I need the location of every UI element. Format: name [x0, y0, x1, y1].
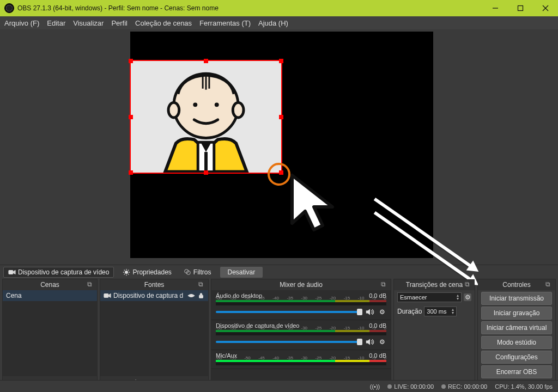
maximize-button[interactable] [508, 0, 533, 16]
undock-icon[interactable]: ⧉ [381, 280, 389, 288]
gear-icon [123, 268, 130, 276]
minimize-button[interactable] [483, 0, 508, 16]
speaker-icon[interactable] [366, 308, 374, 316]
audio-meter: -60-55-50-45-40-35-30-25-20-15-10-50 [216, 360, 386, 365]
undock-icon[interactable]: ⧉ [198, 280, 206, 288]
menu-file[interactable]: Arquivo (F) [4, 19, 39, 27]
transitions-title: Transições de cena [406, 281, 463, 289]
visibility-eye-icon[interactable] [187, 292, 195, 299]
svg-rect-20 [199, 295, 203, 298]
resize-handle-right-mid[interactable] [279, 115, 283, 119]
mixer-track: Dispositivo de captura de vídeo0.0 dB -6… [211, 320, 391, 350]
transitions-panel: Transições de cena⧉ Esmaecer▴▾ ⚙ Duração… [393, 279, 475, 390]
mixer-track: Áudio do desktop0.0 dB -60-55-50-45-40-3… [211, 290, 391, 320]
app-logo-icon [4, 3, 14, 13]
scenes-title: Cenas [40, 281, 59, 289]
studio-mode-button[interactable]: Modo estúdio [481, 336, 552, 349]
selected-source-chip: Dispositivo de captura de vídeo [3, 267, 114, 278]
resize-handle-left-mid[interactable] [129, 115, 133, 119]
audio-mixer-panel: Mixer de áudio⧉ Áudio do desktop0.0 dB -… [211, 279, 391, 390]
mixer-title: Mixer de áudio [280, 281, 323, 289]
lock-icon[interactable] [197, 292, 205, 299]
filters-icon [184, 268, 191, 276]
audio-meter: -60-55-50-45-40-35-30-25-20-15-10-50 [216, 330, 386, 335]
titlebar: OBS 27.1.3 (64-bit, windows) - Perfil: S… [0, 0, 558, 16]
svg-point-19 [190, 295, 192, 297]
camera-icon [104, 292, 111, 299]
scene-item[interactable]: Cena [3, 290, 97, 301]
resize-handle-bot-mid[interactable] [204, 170, 208, 175]
menu-view[interactable]: Visualizar [73, 19, 104, 27]
window-title: OBS 27.1.3 (64-bit, windows) - Perfil: S… [17, 4, 483, 12]
broadcast-icon: ((•)) [370, 383, 380, 390]
svg-rect-1 [518, 6, 523, 11]
filters-button[interactable]: Filtros [180, 267, 215, 277]
deactivate-button[interactable]: Desativar [220, 267, 263, 278]
menu-help[interactable]: Ajuda (H) [258, 19, 288, 27]
svg-rect-13 [204, 152, 208, 171]
volume-slider[interactable] [216, 311, 362, 313]
menu-profile[interactable]: Perfil [111, 19, 128, 27]
svg-point-15 [125, 271, 128, 273]
chevron-updown-icon: ▴▾ [452, 308, 454, 315]
start-recording-button[interactable]: Iniciar gravação [481, 307, 552, 320]
close-button[interactable] [533, 0, 558, 16]
scenes-panel: Cenas⧉ Cena ＋ － ∧ ∨ [2, 279, 98, 390]
svg-point-8 [168, 102, 179, 118]
camera-icon [8, 268, 16, 276]
status-cpu: CPU: 1.4%, 30.00 fps [495, 383, 553, 390]
resize-handle-top-right[interactable] [279, 59, 283, 63]
speaker-icon[interactable] [366, 338, 374, 346]
undock-icon[interactable]: ⧉ [87, 280, 95, 288]
status-live: LIVE: 00:00:00 [387, 383, 434, 390]
svg-rect-18 [104, 294, 108, 298]
sources-title: Fontes [144, 281, 165, 289]
menubar: Arquivo (F) Editar Visualizar Perfil Col… [0, 16, 558, 29]
volume-slider[interactable] [216, 341, 362, 343]
controls-panel: Controles⧉ Iniciar transmissão Iniciar g… [477, 279, 556, 390]
gear-icon[interactable]: ⚙ [464, 293, 471, 301]
start-streaming-button[interactable]: Iniciar transmissão [481, 292, 552, 305]
gear-icon[interactable]: ⚙ [378, 308, 386, 316]
svg-point-9 [233, 102, 244, 118]
undock-icon[interactable]: ⧉ [465, 280, 472, 288]
undock-icon[interactable]: ⧉ [545, 280, 553, 288]
video-source-content [131, 61, 281, 173]
preview-area[interactable] [0, 29, 558, 265]
svg-point-11 [215, 102, 219, 107]
svg-point-10 [193, 102, 197, 107]
resize-handle-top-left[interactable] [129, 59, 133, 63]
docks-row: Cenas⧉ Cena ＋ － ∧ ∨ Fontes⧉ Dispositivo … [0, 279, 558, 392]
sources-panel: Fontes⧉ Dispositivo de captura d ＋ － ⚙ ∧… [100, 279, 209, 390]
svg-rect-14 [9, 270, 13, 274]
transition-select[interactable]: Esmaecer▴▾ [397, 292, 462, 302]
gear-icon[interactable]: ⚙ [378, 338, 386, 346]
resize-handle-bot-left[interactable] [129, 170, 133, 175]
selected-source-label: Dispositivo de captura de vídeo [18, 268, 109, 276]
menu-tools[interactable]: Ferramentas (T) [199, 19, 251, 27]
settings-button[interactable]: Configurações [481, 351, 552, 364]
chevron-updown-icon: ▴▾ [457, 294, 459, 301]
audio-meter: -60-55-50-45-40-35-30-25-20-15-10-50 [216, 300, 386, 305]
annotation-cursor-icon [287, 171, 347, 236]
statusbar: ((•)) LIVE: 00:00:00 REC: 00:00:00 CPU: … [0, 380, 558, 392]
start-virtualcam-button[interactable]: Iniciar câmera virtual [481, 321, 552, 334]
mixer-track: Mic/Aux0.0 dB -60-55-50-45-40-35-30-25-2… [211, 350, 391, 369]
menu-scene-collection[interactable]: Coleção de cenas [135, 19, 192, 27]
controls-title: Controles [502, 281, 530, 289]
duration-spinner[interactable]: 300 ms▴▾ [424, 307, 457, 316]
source-item[interactable]: Dispositivo de captura d [100, 290, 208, 301]
selected-source-bounds[interactable] [130, 60, 282, 174]
duration-label: Duração [397, 308, 422, 315]
status-rec: REC: 00:00:00 [441, 383, 487, 390]
resize-handle-top-mid[interactable] [204, 59, 208, 63]
menu-edit[interactable]: Editar [47, 19, 65, 27]
exit-button[interactable]: Encerrar OBS [481, 365, 552, 378]
properties-button[interactable]: Propriedades [119, 267, 174, 277]
